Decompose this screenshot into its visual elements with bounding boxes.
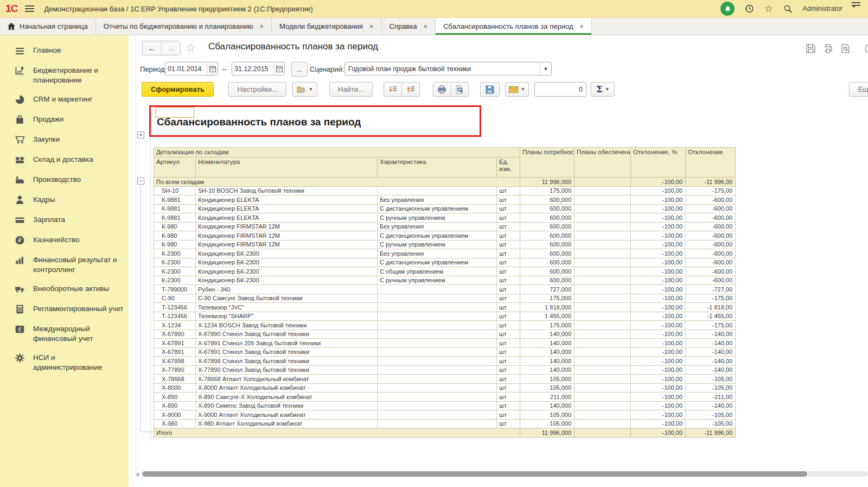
sum-button[interactable]: Σ ▼ — [591, 82, 615, 97]
table-cell[interactable]: шт — [497, 365, 520, 375]
table-cell[interactable]: 211,000 — [520, 393, 575, 402]
table-cell[interactable] — [575, 204, 631, 213]
table-cell[interactable]: -100,00 — [631, 258, 686, 267]
table-cell[interactable]: С ручным управлением — [378, 240, 497, 249]
table-cell[interactable]: шт — [497, 330, 520, 339]
table-cell[interactable] — [575, 186, 631, 195]
table-cell[interactable] — [575, 321, 631, 330]
sidebar-item-кадры[interactable]: Кадры — [0, 190, 129, 210]
table-cell[interactable] — [575, 383, 631, 393]
table-cell[interactable]: С ручным управлением — [378, 276, 497, 285]
table-cell[interactable] — [575, 410, 631, 420]
table-cell[interactable]: -140,00 — [686, 339, 736, 348]
table-cell[interactable]: 140,000 — [520, 330, 575, 339]
save-icon[interactable] — [806, 43, 816, 54]
table-cell[interactable]: -100,00 — [631, 312, 686, 321]
table-cell[interactable]: -100,00 — [631, 375, 686, 384]
table-cell[interactable]: -175,00 — [686, 321, 736, 330]
table-cell[interactable]: Х-67891 — [154, 347, 196, 357]
table-cell[interactable]: К-2300 — [154, 249, 196, 258]
table-cell[interactable]: Т-123456 — [154, 312, 196, 321]
table-cell[interactable]: -140,00 — [686, 357, 736, 366]
table-cell[interactable]: SH-10 — [154, 186, 196, 195]
sidebar-item-казначейство[interactable]: ₽Казначейство — [0, 230, 129, 250]
sidebar-item-финансовый-результат-и-контроллинг[interactable]: Финансовый результат и контроллинг — [0, 250, 129, 279]
header-otkl[interactable]: Отклонение — [686, 148, 736, 178]
table-cell[interactable]: -211,00 — [686, 393, 736, 402]
expand-groups-icon[interactable] — [401, 83, 419, 96]
table-cell[interactable]: Телевизор "JVC" — [196, 303, 378, 312]
scroll-left-arrow[interactable] — [136, 472, 139, 477]
table-cell[interactable]: -175,00 — [686, 294, 736, 303]
table-cell[interactable]: Х-67891 — [154, 339, 196, 348]
sidebar-item-внеоборотные-активы[interactable]: Внеоборотные активы — [0, 279, 129, 299]
sidebar-item-продажи[interactable]: Продажи — [0, 110, 129, 130]
back-button[interactable]: ← — [143, 41, 162, 55]
table-cell[interactable]: -100,00 — [631, 204, 686, 213]
table-cell[interactable]: К-980 — [154, 231, 196, 241]
tab-сбалансированность-планов-за-период[interactable]: Сбалансированность планов за период× — [436, 18, 592, 35]
table-cell[interactable]: Х-67898 Стинол Завод бытовой техники — [196, 357, 378, 366]
collapse-groups-icon[interactable] — [384, 83, 401, 96]
table-cell[interactable]: -140,00 — [686, 347, 736, 357]
table-cell[interactable]: -100,00 — [631, 321, 686, 330]
table-cell[interactable]: Х-8000 — [154, 383, 196, 393]
tab-модели-бюджетирования[interactable]: Модели бюджетирования× — [272, 18, 382, 35]
close-icon[interactable]: × — [260, 22, 264, 30]
table-cell[interactable] — [575, 357, 631, 366]
table-cell[interactable]: 727,000 — [520, 285, 575, 294]
service-menu-icon[interactable] — [852, 1, 860, 17]
table-cell[interactable]: -175,00 — [686, 186, 736, 195]
save-result-button[interactable] — [480, 82, 500, 97]
table-cell[interactable]: шт — [497, 213, 520, 223]
table-cell[interactable]: -100,00 — [631, 285, 686, 294]
table-cell[interactable]: -100,00 — [631, 428, 686, 438]
header-artikul[interactable]: Артикул — [154, 157, 196, 178]
print-preview-icon[interactable] — [840, 43, 851, 54]
table-cell[interactable] — [575, 294, 631, 303]
table-cell[interactable]: Кондиционер FIRMSTAR 12М — [196, 222, 378, 231]
table-cell[interactable]: Х-890 — [154, 401, 196, 410]
table-cell[interactable]: SH-10 BOSCH Завод бытовой техники — [196, 186, 378, 195]
table-cell[interactable]: 600,000 — [520, 240, 575, 249]
table-cell[interactable]: Х-78668 Атлант Холодильный комбинат — [196, 375, 378, 384]
table-cell[interactable] — [575, 195, 631, 205]
table-cell[interactable] — [575, 419, 631, 428]
table-cell[interactable] — [575, 375, 631, 384]
table-cell[interactable]: Кондиционер FIRMSTAR 12М — [196, 240, 378, 249]
table-cell[interactable]: -600,00 — [686, 222, 736, 231]
table-cell[interactable]: -100,00 — [631, 178, 686, 187]
table-cell[interactable] — [575, 339, 631, 348]
table-cell[interactable] — [575, 365, 631, 375]
period-more-button[interactable]: ... — [291, 62, 308, 77]
table-cell[interactable]: 105,000 — [520, 383, 575, 393]
table-cell[interactable]: шт — [497, 312, 520, 321]
current-user[interactable]: Administrator — [802, 5, 843, 12]
table-cell[interactable] — [575, 222, 631, 231]
chevron-down-icon[interactable]: ▼ — [540, 62, 551, 75]
table-cell[interactable]: -100,00 — [631, 401, 686, 410]
calendar-icon[interactable] — [207, 62, 218, 75]
table-cell[interactable] — [378, 383, 497, 393]
table-cell[interactable]: Х-67898 — [154, 357, 196, 366]
history-icon[interactable] — [744, 4, 754, 14]
table-cell[interactable]: шт — [497, 186, 520, 195]
sidebar-item-главное[interactable]: Главное — [0, 41, 129, 61]
table-cell[interactable]: шт — [497, 240, 520, 249]
table-cell[interactable]: -100,00 — [631, 330, 686, 339]
table-cell[interactable]: 175,000 — [520, 321, 575, 330]
table-cell[interactable]: 140,000 — [520, 365, 575, 375]
sidebar-item-crm-и-маркетинг[interactable]: CRM и маркетинг — [0, 90, 129, 110]
table-cell[interactable] — [378, 294, 497, 303]
print-icon[interactable] — [823, 43, 833, 54]
table-cell[interactable]: 600,000 — [520, 213, 575, 223]
table-cell[interactable]: Х-1234 BOSCH Завод бытовой техники — [196, 321, 378, 330]
table-cell[interactable]: шт — [497, 204, 520, 213]
table-cell[interactable]: К-2300 — [154, 276, 196, 285]
table-cell[interactable] — [575, 312, 631, 321]
table-cell[interactable]: -100,00 — [631, 222, 686, 231]
table-cell[interactable]: шт — [497, 393, 520, 402]
table-cell[interactable]: шт — [497, 401, 520, 410]
table-cell[interactable]: шт — [497, 285, 520, 294]
table-cell[interactable]: Без управления — [378, 249, 497, 258]
